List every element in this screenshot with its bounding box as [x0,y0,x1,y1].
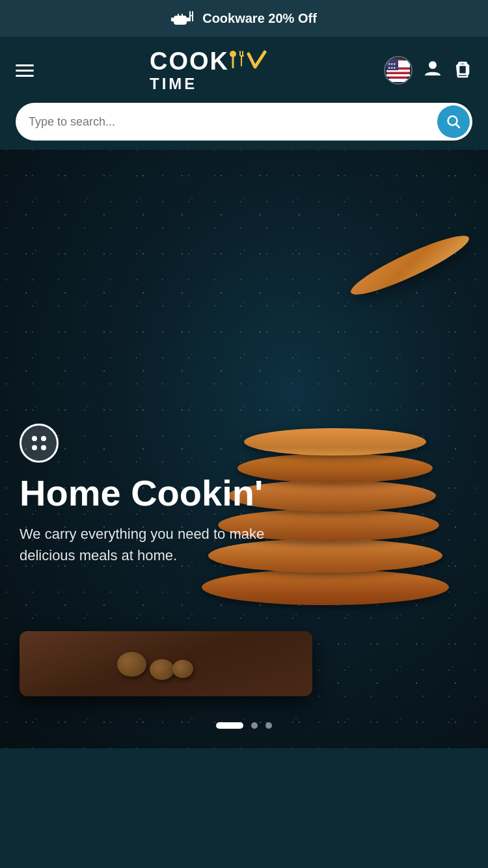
logo-time-text: TIME [150,75,197,92]
language-selector[interactable]: ★★★ ★★★ [384,56,413,85]
svg-rect-4 [182,14,183,16]
hero-content: Home Cookin' We carry everything you nee… [20,424,468,567]
header-top: COOK TIME [16,48,472,92]
svg-rect-13 [241,56,242,66]
svg-rect-11 [242,51,243,56]
svg-text:★★★: ★★★ [388,66,396,70]
logo[interactable]: COOK TIME [150,48,268,92]
svg-point-23 [429,61,437,69]
svg-rect-17 [386,74,410,77]
carousel-dot-1[interactable] [216,722,243,729]
hero-badge-icon [20,424,59,463]
svg-rect-1 [171,18,174,21]
us-flag-icon: ★★★ ★★★ [386,59,410,82]
walnut-3 [172,660,193,678]
user-account-button[interactable] [423,59,442,83]
svg-rect-9 [232,57,234,68]
carousel-dot-2[interactable] [251,722,258,729]
search-icon [446,115,461,129]
svg-line-28 [456,124,460,128]
search-bar [16,103,472,141]
svg-rect-12 [240,55,244,57]
cookware-icon [171,9,195,27]
dice-dot-3 [32,445,37,450]
carousel-dot-3[interactable] [265,722,272,729]
hero-subtitle: We carry everything you need to make del… [20,523,319,566]
dice-dot-2 [41,436,46,441]
search-input[interactable] [29,115,431,129]
svg-rect-2 [187,18,189,21]
walnut-2 [150,659,174,680]
header-icons: ★★★ ★★★ [384,56,472,85]
hamburger-menu[interactable] [16,64,34,77]
shopping-cart-button[interactable] [453,59,472,83]
announcement-bar: Cookware 20% Off [0,0,488,36]
logo-utensil-icon [229,49,268,75]
announcement-text: Cookware 20% Off [202,11,317,26]
carousel-dots [216,722,272,729]
hero-section: Home Cookin' We carry everything you nee… [0,150,488,748]
walnut-1 [117,652,146,677]
pancake-layer-1 [202,569,449,605]
search-button[interactable] [437,105,470,138]
svg-rect-18 [386,79,410,82]
header: COOK TIME [0,36,488,150]
dice-dot-1 [32,436,37,441]
svg-rect-10 [239,51,241,56]
svg-rect-3 [178,14,179,16]
logo-cook-text: COOK [150,48,229,75]
hero-title: Home Cookin' [20,473,468,513]
svg-point-8 [230,51,236,57]
dice-dot-4 [41,445,46,450]
svg-rect-0 [174,16,187,25]
